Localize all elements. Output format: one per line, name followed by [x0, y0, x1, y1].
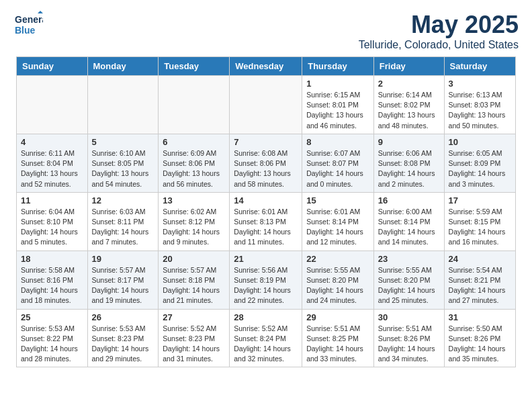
- table-row: [87, 76, 159, 134]
- table-row: 18Sunrise: 5:58 AMSunset: 8:16 PMDayligh…: [17, 250, 88, 309]
- table-row: 2Sunrise: 6:14 AMSunset: 8:02 PMDaylight…: [373, 76, 444, 134]
- table-row: 21Sunrise: 5:56 AMSunset: 8:19 PMDayligh…: [230, 250, 302, 309]
- table-row: 8Sunrise: 6:07 AMSunset: 8:07 PMDaylight…: [302, 134, 374, 192]
- table-row: 22Sunrise: 5:55 AMSunset: 8:20 PMDayligh…: [302, 250, 374, 309]
- table-row: 5Sunrise: 6:10 AMSunset: 8:05 PMDaylight…: [87, 134, 159, 192]
- table-row: 3Sunrise: 6:13 AMSunset: 8:03 PMDaylight…: [444, 76, 515, 134]
- table-row: 30Sunrise: 5:51 AMSunset: 8:26 PMDayligh…: [373, 309, 444, 367]
- table-row: 17Sunrise: 5:59 AMSunset: 8:15 PMDayligh…: [444, 192, 515, 250]
- table-row: 10Sunrise: 6:05 AMSunset: 8:09 PMDayligh…: [444, 134, 515, 192]
- page-header: General Blue May 2025 Telluride, Colorad…: [0, 0, 532, 56]
- table-row: 24Sunrise: 5:54 AMSunset: 8:21 PMDayligh…: [444, 250, 515, 309]
- table-row: 1Sunrise: 6:15 AMSunset: 8:01 PMDaylight…: [302, 76, 374, 134]
- table-row: 6Sunrise: 6:09 AMSunset: 8:06 PMDaylight…: [159, 134, 230, 192]
- table-row: 13Sunrise: 6:02 AMSunset: 8:12 PMDayligh…: [159, 192, 230, 250]
- table-row: 15Sunrise: 6:01 AMSunset: 8:14 PMDayligh…: [302, 192, 374, 250]
- table-row: 31Sunrise: 5:50 AMSunset: 8:26 PMDayligh…: [444, 309, 515, 367]
- svg-text:General: General: [15, 14, 43, 25]
- calendar-subtitle: Telluride, Colorado, United States: [359, 39, 519, 51]
- table-row: 7Sunrise: 6:08 AMSunset: 8:06 PMDaylight…: [230, 134, 302, 192]
- calendar-body: 1Sunrise: 6:15 AMSunset: 8:01 PMDaylight…: [17, 76, 516, 367]
- table-row: 23Sunrise: 5:55 AMSunset: 8:20 PMDayligh…: [373, 250, 444, 309]
- calendar-wrapper: Sunday Monday Tuesday Wednesday Thursday…: [0, 56, 532, 375]
- col-monday: Monday: [87, 57, 159, 76]
- table-row: 29Sunrise: 5:51 AMSunset: 8:25 PMDayligh…: [302, 309, 374, 367]
- calendar-table: Sunday Monday Tuesday Wednesday Thursday…: [16, 56, 516, 367]
- table-row: 9Sunrise: 6:06 AMSunset: 8:08 PMDaylight…: [373, 134, 444, 192]
- calendar-title: May 2025: [359, 11, 519, 39]
- col-saturday: Saturday: [444, 57, 515, 76]
- table-row: 26Sunrise: 5:53 AMSunset: 8:23 PMDayligh…: [87, 309, 159, 367]
- svg-marker-2: [38, 11, 43, 13]
- table-row: 12Sunrise: 6:03 AMSunset: 8:11 PMDayligh…: [87, 192, 159, 250]
- col-wednesday: Wednesday: [230, 57, 302, 76]
- table-row: 19Sunrise: 5:57 AMSunset: 8:17 PMDayligh…: [87, 250, 159, 309]
- table-row: [17, 76, 88, 134]
- col-thursday: Thursday: [302, 57, 374, 76]
- title-block: May 2025 Telluride, Colorado, United Sta…: [359, 11, 519, 51]
- table-row: 27Sunrise: 5:52 AMSunset: 8:23 PMDayligh…: [159, 309, 230, 367]
- table-row: 11Sunrise: 6:04 AMSunset: 8:10 PMDayligh…: [17, 192, 88, 250]
- svg-text:Blue: Blue: [15, 25, 36, 36]
- logo-svg: General Blue: [13, 11, 43, 40]
- table-row: 16Sunrise: 6:00 AMSunset: 8:14 PMDayligh…: [373, 192, 444, 250]
- logo: General Blue: [13, 11, 43, 40]
- calendar-header: Sunday Monday Tuesday Wednesday Thursday…: [17, 57, 516, 76]
- table-row: 28Sunrise: 5:52 AMSunset: 8:24 PMDayligh…: [230, 309, 302, 367]
- table-row: [159, 76, 230, 134]
- col-sunday: Sunday: [17, 57, 88, 76]
- col-tuesday: Tuesday: [159, 57, 230, 76]
- table-row: [230, 76, 302, 134]
- table-row: 20Sunrise: 5:57 AMSunset: 8:18 PMDayligh…: [159, 250, 230, 309]
- table-row: 25Sunrise: 5:53 AMSunset: 8:22 PMDayligh…: [17, 309, 88, 367]
- col-friday: Friday: [373, 57, 444, 76]
- table-row: 4Sunrise: 6:11 AMSunset: 8:04 PMDaylight…: [17, 134, 88, 192]
- table-row: 14Sunrise: 6:01 AMSunset: 8:13 PMDayligh…: [230, 192, 302, 250]
